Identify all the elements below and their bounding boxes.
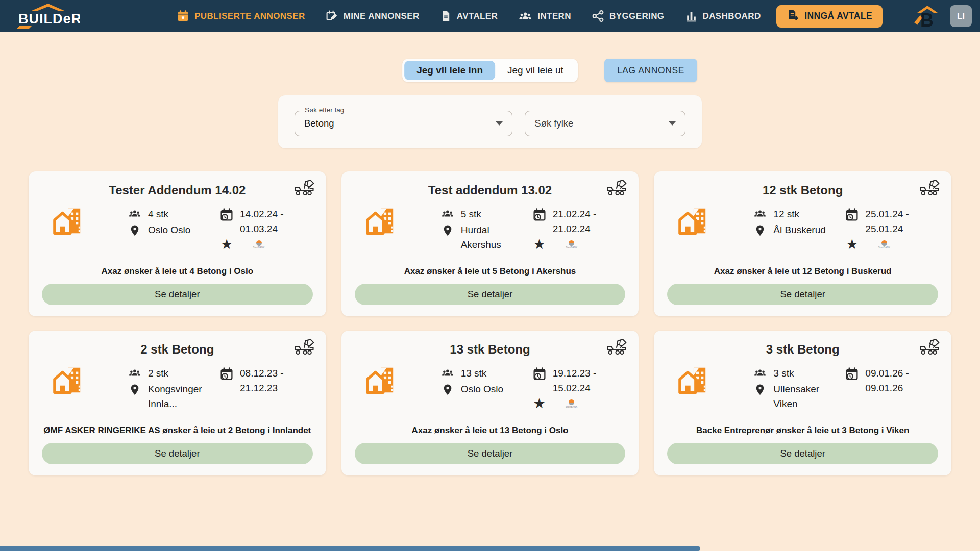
listing-card: 13 stk Betong xyxy=(341,331,639,475)
location-pin-icon xyxy=(128,382,142,396)
card-meta: 3 stk Ullensaker Viken xyxy=(666,363,939,416)
quantity-row: 4 stk xyxy=(128,207,215,221)
card-meta: 4 stk Oslo Oslo xyxy=(41,204,314,257)
building-icon xyxy=(51,207,85,239)
dates-value: 14.02.24 - 01.03.24 xyxy=(240,207,314,236)
location-pin-icon xyxy=(753,222,767,237)
building-icon xyxy=(676,207,710,239)
card-meta-right: 08.12.23 - 21.12.23 ★ StartBANK xyxy=(219,366,314,396)
se-detaljer-button[interactable]: Se detaljer xyxy=(667,284,938,305)
startbank-badge-mark xyxy=(569,240,574,246)
fylke-select[interactable]: Søk fylke xyxy=(525,111,685,136)
nav-label: AVTALER xyxy=(457,11,498,21)
card-description: Axaz ønsker å leie ut 13 Betong i Oslo xyxy=(356,425,625,436)
card-meta: 13 stk Oslo Oslo xyxy=(354,363,627,416)
building-icon xyxy=(676,366,710,398)
nav-item-mine-annonser[interactable]: MINE ANNONSER xyxy=(326,10,420,22)
location-value: Oslo Oslo xyxy=(148,222,190,237)
startbank-badge: StartBANK xyxy=(561,240,582,249)
people-icon xyxy=(518,10,532,22)
card-divider xyxy=(63,417,312,417)
calendar-clock-icon xyxy=(532,207,547,222)
card-description: Axaz ønsker å leie ut 12 Betong i Busker… xyxy=(668,266,937,277)
user-avatar[interactable]: LI xyxy=(950,5,972,27)
nav-item-publiserte-annonser[interactable]: PUBLISERTE ANNONSER xyxy=(177,10,305,22)
card-meta: 12 stk Ål Buskerud xyxy=(666,204,939,257)
rating-row: ★ StartBANK xyxy=(219,237,314,252)
quantity-value: 12 stk xyxy=(773,207,799,221)
builder-logo[interactable]: BUILDeR xyxy=(14,2,80,31)
nav-item-intern[interactable]: INTERN xyxy=(518,10,571,22)
search-filter-panel: Søk etter fag Betong Søk fylke xyxy=(278,95,702,148)
startbank-badge-mark xyxy=(881,240,887,246)
nav-item-avtaler[interactable]: AVTALER xyxy=(440,10,498,22)
card-divider xyxy=(63,258,312,258)
main-nav: PUBLISERTE ANNONSER MINE ANNONSER AVTALE… xyxy=(177,10,761,22)
card-meta-left: 2 stk Kongsvinger Innla... xyxy=(128,366,215,412)
nav-label: PUBLISERTE ANNONSER xyxy=(194,11,305,21)
location-row: Ål Buskerud xyxy=(753,222,841,237)
nav-item-dashboard[interactable]: DASHBOARD xyxy=(685,10,761,22)
se-detaljer-button[interactable]: Se detaljer xyxy=(42,443,313,464)
card-title: 13 stk Betong xyxy=(354,342,627,357)
star-icon: ★ xyxy=(532,396,547,411)
dates-row: 09.01.26 - 09.01.26 xyxy=(845,366,939,395)
listing-card: 3 stk Betong xyxy=(654,331,951,475)
fag-select-label: Søk etter fag xyxy=(302,106,347,114)
fag-select[interactable]: Søk etter fag Betong xyxy=(295,111,512,136)
card-meta: 5 stk Hurdal Akershus xyxy=(354,204,627,257)
chevron-down-icon xyxy=(496,121,503,126)
se-detaljer-button[interactable]: Se detaljer xyxy=(42,284,313,305)
dates-row: 19.12.23 - 15.02.24 xyxy=(532,366,627,395)
card-divider xyxy=(376,258,625,258)
toggle-leie-ut[interactable]: Jeg vil leie ut xyxy=(495,61,576,80)
fag-select-value: Betong xyxy=(304,118,334,129)
card-meta-left: 12 stk Ål Buskerud xyxy=(753,207,841,238)
quantity-value: 3 stk xyxy=(773,366,794,381)
dates-row: 14.02.24 - 01.03.24 xyxy=(219,207,314,236)
startbank-badge-mark xyxy=(569,399,574,405)
concrete-mixer-icon xyxy=(293,338,315,359)
card-meta-left: 4 stk Oslo Oslo xyxy=(128,207,215,238)
document-icon xyxy=(440,10,452,22)
building-icon xyxy=(51,366,85,398)
card-meta-right: 19.12.23 - 15.02.24 ★ StartBANK xyxy=(532,366,627,412)
card-description: Axaz ønsker å leie ut 5 Betong i Akershu… xyxy=(356,266,625,277)
innga-avtale-button[interactable]: INNGÅ AVTALE xyxy=(776,5,883,28)
calendar-clock-icon xyxy=(532,366,547,381)
location-pin-icon xyxy=(440,222,455,237)
document-plus-icon xyxy=(787,9,799,24)
location-row: Oslo Oslo xyxy=(440,382,528,396)
bar-chart-icon xyxy=(685,10,698,22)
se-detaljer-button[interactable]: Se detaljer xyxy=(355,284,626,305)
card-meta: 2 stk Kongsvinger Innla... xyxy=(41,363,314,416)
card-title: 2 stk Betong xyxy=(41,342,314,357)
listing-card: 2 stk Betong xyxy=(29,331,326,475)
lag-annonse-button[interactable]: LAG ANNONSE xyxy=(604,59,697,82)
se-detaljer-button[interactable]: Se detaljer xyxy=(355,443,626,464)
concrete-mixer-icon xyxy=(293,179,315,199)
listing-card: Test addendum 13.02 xyxy=(341,171,639,316)
card-meta-right: 14.02.24 - 01.03.24 ★ StartBANK xyxy=(219,207,314,253)
listing-card: Tester Addendum 14.02 xyxy=(29,171,326,316)
location-value: Ullensaker Viken xyxy=(773,382,819,411)
horizontal-scrollbar-thumb[interactable] xyxy=(0,546,700,551)
card-title: 12 stk Betong xyxy=(666,183,939,197)
quantity-row: 2 stk xyxy=(128,366,215,381)
dates-row: 21.02.24 - 21.02.24 xyxy=(532,207,627,236)
network-nodes-icon xyxy=(592,10,604,22)
rent-mode-toggle: Jeg vil leie inn Jeg vil leie ut xyxy=(402,59,578,82)
svg-text:B: B xyxy=(920,10,934,29)
avatar-initials: LI xyxy=(957,11,965,21)
toggle-leie-inn[interactable]: Jeg vil leie inn xyxy=(404,61,495,80)
builder-mini-logo[interactable]: B xyxy=(911,4,939,29)
people-icon xyxy=(440,207,455,219)
se-detaljer-button[interactable]: Se detaljer xyxy=(667,443,938,464)
quantity-row: 13 stk xyxy=(440,366,528,381)
star-icon: ★ xyxy=(532,237,547,252)
nav-label: DASHBOARD xyxy=(703,11,761,21)
dates-value: 21.02.24 - 21.02.24 xyxy=(553,207,597,236)
location-value: Oslo Oslo xyxy=(461,382,503,396)
nav-item-byggering[interactable]: BYGGERING xyxy=(592,10,665,22)
chevron-down-icon xyxy=(669,121,676,126)
